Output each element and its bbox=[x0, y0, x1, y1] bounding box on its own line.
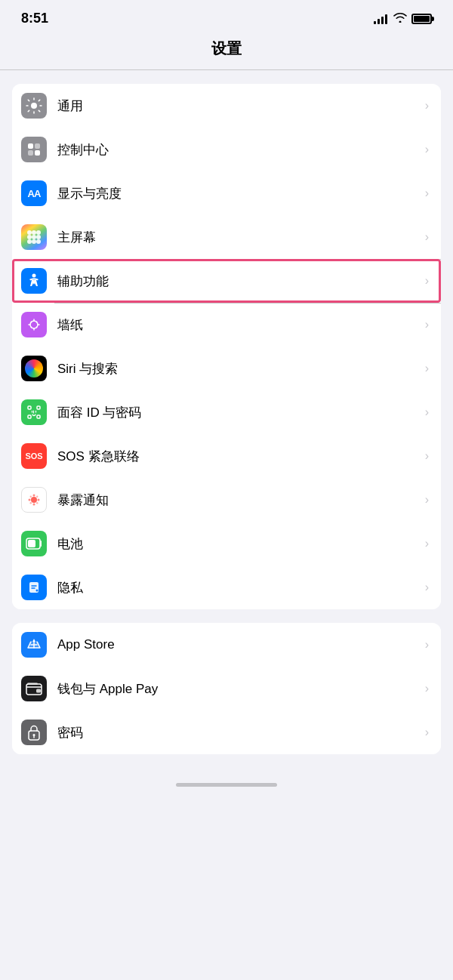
exposure-icon bbox=[21, 487, 47, 513]
signal-icon bbox=[374, 14, 387, 24]
svg-point-30 bbox=[30, 502, 32, 504]
row-wallpaper[interactable]: 墙纸 › bbox=[12, 303, 441, 347]
row-exposure[interactable]: 暴露通知 › bbox=[12, 478, 441, 522]
control-center-chevron: › bbox=[425, 143, 429, 156]
svg-point-15 bbox=[31, 322, 32, 323]
settings-group-store: App Store › 钱包与 Apple Pay › 密码 › bbox=[12, 623, 441, 754]
svg-point-23 bbox=[31, 497, 37, 503]
row-appstore[interactable]: App Store › bbox=[12, 623, 441, 667]
row-sos[interactable]: SOS SOS 紧急联络 › bbox=[12, 434, 441, 478]
home-screen-label: 主屏幕 bbox=[57, 229, 425, 246]
wallpaper-label: 墙纸 bbox=[57, 316, 425, 334]
svg-point-10 bbox=[27, 239, 32, 244]
svg-rect-37 bbox=[36, 689, 41, 693]
wallet-icon bbox=[21, 676, 47, 701]
row-privacy[interactable]: 隐私 › bbox=[12, 566, 441, 609]
password-label: 密码 bbox=[57, 724, 425, 741]
svg-point-7 bbox=[27, 235, 32, 239]
svg-rect-19 bbox=[28, 406, 31, 409]
sos-label: SOS 紧急联络 bbox=[57, 448, 425, 465]
page-title: 设置 bbox=[0, 32, 453, 69]
appstore-chevron: › bbox=[425, 638, 429, 652]
battery-icon bbox=[411, 14, 432, 24]
svg-rect-33 bbox=[28, 540, 35, 547]
svg-point-29 bbox=[36, 496, 38, 498]
exposure-label: 暴露通知 bbox=[57, 492, 425, 509]
svg-rect-1 bbox=[35, 143, 40, 149]
status-bar: 8:51 bbox=[0, 0, 453, 32]
svg-point-12 bbox=[36, 239, 41, 244]
battery-settings-chevron: › bbox=[425, 537, 429, 550]
accessibility-chevron: › bbox=[425, 274, 429, 288]
wifi-icon bbox=[393, 12, 407, 26]
svg-point-25 bbox=[33, 504, 35, 506]
row-siri[interactable]: Siri 与搜索 › bbox=[12, 347, 441, 390]
svg-point-6 bbox=[36, 230, 41, 235]
svg-point-4 bbox=[27, 230, 32, 235]
privacy-chevron: › bbox=[425, 581, 429, 594]
row-home-screen[interactable]: 主屏幕 › bbox=[12, 215, 441, 259]
settings-group-general: 通用 › 控制中心 › AA 显示与亮度 › bbox=[12, 84, 441, 609]
svg-point-13 bbox=[32, 274, 36, 278]
appstore-icon bbox=[21, 632, 47, 658]
svg-rect-2 bbox=[28, 150, 33, 156]
general-icon bbox=[21, 93, 47, 119]
wallet-chevron: › bbox=[425, 682, 429, 695]
battery-settings-icon bbox=[21, 531, 47, 556]
row-faceid[interactable]: 面容 ID 与密码 › bbox=[12, 390, 441, 434]
row-wallet[interactable]: 钱包与 Apple Pay › bbox=[12, 667, 441, 710]
row-display[interactable]: AA 显示与亮度 › bbox=[12, 171, 441, 215]
password-chevron: › bbox=[425, 726, 429, 739]
siri-ball bbox=[25, 359, 43, 378]
svg-rect-3 bbox=[35, 150, 40, 156]
row-general[interactable]: 通用 › bbox=[12, 84, 441, 128]
faceid-icon bbox=[21, 399, 47, 425]
home-indicator-area bbox=[0, 768, 453, 794]
control-center-label: 控制中心 bbox=[57, 141, 425, 159]
row-passwords[interactable]: 密码 › bbox=[12, 710, 441, 754]
status-icons bbox=[374, 12, 432, 26]
svg-rect-0 bbox=[28, 143, 33, 149]
appstore-label: App Store bbox=[57, 637, 425, 652]
display-label: 显示与亮度 bbox=[57, 185, 425, 202]
wallet-label: 钱包与 Apple Pay bbox=[57, 680, 425, 698]
home-screen-icon bbox=[21, 224, 47, 250]
faceid-label: 面容 ID 与密码 bbox=[57, 404, 425, 421]
accessibility-label: 辅助功能 bbox=[57, 273, 425, 290]
svg-point-35 bbox=[36, 590, 39, 592]
wallpaper-icon bbox=[21, 312, 47, 337]
password-icon bbox=[21, 720, 47, 745]
sos-chevron: › bbox=[425, 449, 429, 463]
wallpaper-chevron: › bbox=[425, 318, 429, 331]
svg-rect-38 bbox=[27, 683, 38, 685]
svg-rect-21 bbox=[28, 415, 31, 418]
control-center-icon bbox=[21, 137, 47, 162]
svg-point-17 bbox=[31, 327, 32, 328]
svg-point-16 bbox=[36, 322, 38, 323]
privacy-label: 隐私 bbox=[57, 579, 425, 596]
siri-icon bbox=[21, 356, 47, 381]
row-accessibility[interactable]: 辅助功能 › bbox=[12, 259, 441, 303]
privacy-icon bbox=[21, 575, 47, 600]
battery-settings-label: 电池 bbox=[57, 535, 425, 553]
svg-point-18 bbox=[36, 327, 38, 328]
row-battery[interactable]: 电池 › bbox=[12, 522, 441, 566]
battery-fill bbox=[414, 16, 430, 22]
faceid-chevron: › bbox=[425, 405, 429, 419]
svg-point-11 bbox=[32, 239, 36, 244]
general-label: 通用 bbox=[57, 97, 425, 115]
siri-chevron: › bbox=[425, 362, 429, 375]
svg-point-27 bbox=[38, 499, 40, 501]
svg-point-26 bbox=[29, 499, 31, 501]
display-chevron: › bbox=[425, 186, 429, 200]
status-time: 8:51 bbox=[21, 11, 48, 26]
home-indicator bbox=[176, 783, 277, 787]
sos-icon: SOS bbox=[21, 443, 47, 469]
svg-point-28 bbox=[30, 496, 32, 498]
siri-label: Siri 与搜索 bbox=[57, 360, 425, 378]
accessibility-icon bbox=[21, 268, 47, 294]
row-control-center[interactable]: 控制中心 › bbox=[12, 128, 441, 171]
exposure-chevron: › bbox=[425, 493, 429, 507]
svg-point-9 bbox=[36, 235, 41, 239]
svg-point-8 bbox=[32, 235, 36, 239]
